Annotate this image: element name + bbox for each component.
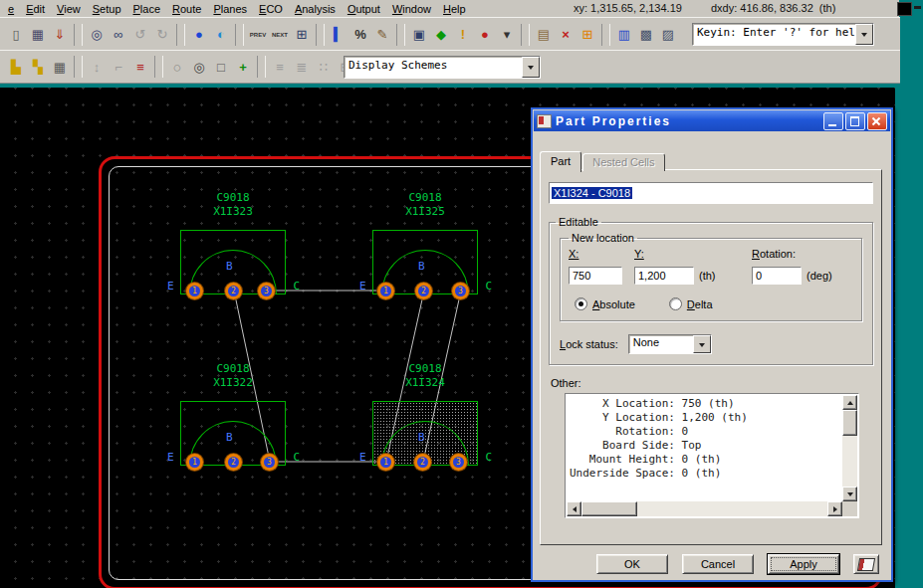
corner-flag-icon[interactable]: ▙ <box>5 56 27 78</box>
pad-2[interactable]: 2 <box>415 283 432 299</box>
route-updown-icon[interactable]: ↕ <box>86 56 108 78</box>
highlight-icon[interactable]: ● <box>188 24 210 46</box>
scroll-down-button[interactable] <box>842 487 857 501</box>
chip-film-icon[interactable]: ▨ <box>657 24 679 46</box>
binoculars-icon[interactable]: ∞ <box>108 24 129 46</box>
percent-icon[interactable]: % <box>349 24 371 46</box>
menu-route[interactable]: Route <box>166 2 207 16</box>
pad-1[interactable]: 1 <box>186 454 203 471</box>
menu-view[interactable]: View <box>51 2 87 16</box>
via-target-icon[interactable]: ◎ <box>188 56 210 78</box>
pad-3[interactable]: 3 <box>452 283 469 299</box>
redo-icon[interactable]: ↻ <box>151 24 173 46</box>
menu-setup[interactable]: Setup <box>87 2 127 16</box>
plane-bar-icon[interactable]: ▍ <box>328 24 349 46</box>
lock-status-dropdown-arrow[interactable] <box>693 335 711 353</box>
print-icon[interactable]: ▦ <box>27 24 49 46</box>
trace-corner-icon[interactable]: ⌐ <box>108 56 129 78</box>
y-input[interactable] <box>634 267 694 285</box>
menu-eco[interactable]: ECO <box>253 2 289 16</box>
part-name-field[interactable]: X1I324 - C9018 <box>549 182 873 204</box>
valid-diamond-icon[interactable]: ◆ <box>430 24 452 46</box>
dialog-titlebar[interactable]: Part Properties <box>534 110 890 131</box>
pad-3[interactable]: 3 <box>450 454 467 471</box>
pad-ring-icon[interactable]: ◌ <box>166 56 188 78</box>
plane-shape-icon[interactable]: ▚ <box>27 56 49 78</box>
minimize-button[interactable] <box>823 112 843 130</box>
absolute-radio[interactable]: Absolute <box>575 297 635 310</box>
align-rows-icon[interactable]: ≡ <box>269 56 291 78</box>
pad-1[interactable]: 1 <box>186 283 203 299</box>
close-button[interactable] <box>867 112 887 130</box>
display-schemes-value[interactable]: Display Schemes <box>345 57 522 78</box>
pad-grid-icon[interactable]: ⊞ <box>577 24 598 46</box>
lock-icon[interactable]: □ <box>210 56 232 78</box>
plus-shield-icon[interactable]: + <box>232 56 254 78</box>
layer-chart-icon[interactable]: ▥ <box>613 24 635 46</box>
delta-radio[interactable]: Delta <box>669 297 713 310</box>
more-dropdown-icon[interactable]: ▾ <box>496 24 518 46</box>
print-preview-icon[interactable]: ▦ <box>49 56 71 78</box>
prev-icon[interactable]: PREV <box>247 24 269 46</box>
apply-button[interactable]: Apply <box>768 554 839 574</box>
distribute-icon[interactable]: ∷ <box>313 56 335 78</box>
scroll-left-button[interactable] <box>567 501 581 516</box>
pad-2[interactable]: 2 <box>225 454 242 471</box>
horizontal-scrollbar[interactable] <box>567 501 842 516</box>
menu-help[interactable]: Help <box>437 2 472 16</box>
sketch-icon[interactable]: ✎ <box>371 24 393 46</box>
rotation-input[interactable] <box>752 267 802 285</box>
pad-3[interactable]: 3 <box>258 283 275 299</box>
help-button[interactable] <box>853 554 879 574</box>
part-x1i324-selected[interactable]: C9018 X1I324 E B C 1 2 3 <box>372 401 478 466</box>
menu-window[interactable]: Window <box>386 2 437 16</box>
scroll-up-button[interactable] <box>842 395 857 410</box>
cell-window-icon[interactable]: ▣ <box>408 24 430 46</box>
delete-x-icon[interactable]: × <box>555 24 577 46</box>
pad-2[interactable]: 2 <box>225 283 242 299</box>
keyin-dropdown-arrow[interactable] <box>855 24 873 45</box>
maximize-button[interactable] <box>845 112 865 130</box>
menu-place[interactable]: Place <box>127 2 167 16</box>
display-schemes-combobox[interactable]: Display Schemes <box>344 56 541 79</box>
lock-status-combobox[interactable]: None <box>628 334 712 354</box>
keyin-value[interactable]: Keyin: Enter '?' for help. <box>693 24 855 45</box>
tab-part[interactable]: Part <box>540 151 581 172</box>
scroll-right-button[interactable] <box>827 501 842 516</box>
menu-analysis[interactable]: Analysis <box>289 2 342 16</box>
pad-3[interactable]: 3 <box>261 454 278 471</box>
minimized-window-icon[interactable] <box>897 2 912 16</box>
cancel-button[interactable]: Cancel <box>682 554 754 574</box>
import-icon[interactable]: ⇓ <box>49 24 71 46</box>
part-x1i323[interactable]: C9018 X1I323 E B C 1 2 3 <box>180 230 286 294</box>
warning-icon[interactable]: ! <box>452 24 474 46</box>
x-input[interactable] <box>569 267 622 285</box>
vscroll-thumb[interactable] <box>842 410 857 436</box>
layer-stack-icon[interactable]: ≡ <box>129 56 151 78</box>
tab-nested-cells[interactable]: Nested Cells <box>582 153 664 171</box>
swap-window-icon[interactable]: ⊞ <box>291 24 313 46</box>
zoom-icon[interactable]: ◎ <box>86 24 108 46</box>
clipboard-icon[interactable]: ▤ <box>533 24 555 46</box>
menu-file[interactable]: e <box>2 2 20 16</box>
pad-1[interactable]: 1 <box>377 283 394 299</box>
hscroll-thumb[interactable] <box>581 501 637 516</box>
pad-2[interactable]: 2 <box>414 454 431 471</box>
highlight-add-icon[interactable]: ◐ <box>210 24 232 46</box>
menu-output[interactable]: Output <box>342 2 386 16</box>
part-x1i322[interactable]: C9018 X1I322 E B C 1 2 3 <box>180 401 286 466</box>
pad-1[interactable]: 1 <box>377 454 394 471</box>
ok-button[interactable]: OK <box>596 554 668 574</box>
keyin-combobox[interactable]: Keyin: Enter '?' for help. <box>692 23 874 46</box>
align-grid-icon[interactable]: ≣ <box>291 56 313 78</box>
next-icon[interactable]: NEXT <box>269 24 291 46</box>
vertical-scrollbar[interactable] <box>842 395 857 501</box>
schemes-dropdown-arrow[interactable] <box>522 57 540 78</box>
menu-edit[interactable]: Edit <box>20 2 51 16</box>
menu-planes[interactable]: Planes <box>207 2 253 16</box>
chip-icon[interactable]: ▩ <box>635 24 657 46</box>
record-dot-icon[interactable]: ● <box>474 24 496 46</box>
part-x1i325[interactable]: C9018 X1I325 E B C 1 2 3 <box>372 230 478 294</box>
new-file-icon[interactable]: ▯ <box>5 24 27 46</box>
undo-icon[interactable]: ↺ <box>129 24 151 46</box>
